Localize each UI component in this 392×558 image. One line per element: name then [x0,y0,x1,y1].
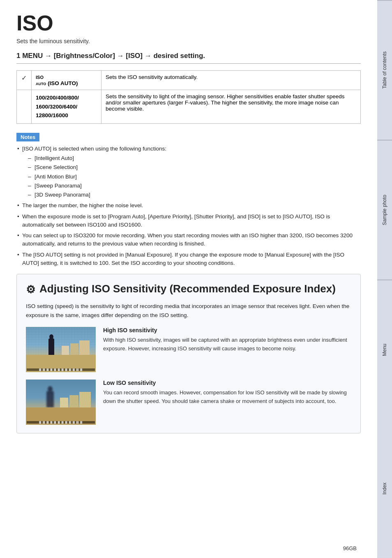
iso-auto-cell: ISO AUTO (ISO AUTO) [32,71,101,90]
watermark-bar: ▐▌▐▌▐▌▐▌▐▌▐▌▐▌▐▌▐▌▐▌▐▌▐▌ [27,368,95,371]
list-item: [Scene Selection] [28,163,361,171]
low-iso-bg: ▐▌▐▌▐▌▐▌▐▌▐▌▐▌▐▌▐▌▐▌▐▌▐▌ [26,380,96,425]
table-row: ✓ ISO AUTO (ISO AUTO) Sets the ISO sensi… [17,71,361,90]
building2 [70,343,78,355]
high-iso-example: ▐▌▐▌▐▌▐▌▐▌▐▌▐▌▐▌▐▌▐▌▐▌▐▌ High ISO sensit… [26,327,351,372]
watermark: ▐▌▐▌▐▌▐▌▐▌▐▌▐▌▐▌▐▌▐▌▐▌▐▌ [38,368,83,371]
adjusting-title: ⚙ Adjusting ISO Sensitivity (Recommended… [26,282,351,296]
menu-path: 1 MENU → [Brightness/Color] → [ISO] → de… [16,52,361,64]
iso-table: ✓ ISO AUTO (ISO AUTO) Sets the ISO sensi… [16,70,361,124]
main-content: ISO Sets the luminous sensitivity. 1 MEN… [0,0,377,558]
person-body-blur [46,391,54,408]
sidebar-item-menu[interactable]: Menu [377,280,392,419]
page-number: 96GB [343,545,357,551]
low-iso-example: ▐▌▐▌▐▌▐▌▐▌▐▌▐▌▐▌▐▌▐▌▐▌▐▌ Low ISO sensiti… [26,380,351,425]
list-item: [3D Sweep Panorama] [28,191,361,199]
sidebar-item-toc[interactable]: Table of contents [377,0,392,140]
list-item: [ISO AUTO] is selected when using the fo… [16,145,361,199]
high-iso-text: High ISO sensitivity With high ISO sensi… [103,327,351,353]
sidebar-item-sample[interactable]: Sample photo [377,140,392,280]
iso-examples: ▐▌▐▌▐▌▐▌▐▌▐▌▐▌▐▌▐▌▐▌▐▌▐▌ High ISO sensit… [26,327,351,425]
notes-list: [ISO AUTO] is selected when using the fo… [16,145,361,267]
high-iso-bg: ▐▌▐▌▐▌▐▌▐▌▐▌▐▌▐▌▐▌▐▌▐▌▐▌ [26,327,96,372]
table-row: 100/200/400/800/1600/3200/6400/12800/160… [17,90,361,124]
building1 [79,340,90,355]
sidebar-item-index[interactable]: Index [377,419,392,558]
low-iso-text: Low ISO sensitivity You can record smoot… [103,380,351,406]
settings-icon: ⚙ [26,283,35,296]
iso-auto-description: Sets the ISO sensitivity automatically. [101,71,361,90]
building2-low [69,395,78,408]
watermark-bar-low: ▐▌▐▌▐▌▐▌▐▌▐▌▐▌▐▌▐▌▐▌▐▌▐▌ [27,421,95,424]
iso-label-sup: ISO [36,75,44,80]
adjusting-box: ⚙ Adjusting ISO Sensitivity (Recommended… [16,274,361,433]
notes-box: Notes [ISO AUTO] is selected when using … [16,133,361,267]
side-tabs: Table of contents Sample photo Menu Inde… [377,0,392,558]
sub-list: [Intelligent Auto] [Scene Selection] [An… [22,154,361,199]
list-item: You can select up to ISO3200 for movie r… [16,232,361,248]
page-title: ISO [16,12,361,34]
list-item: The [ISO AUTO] setting is not provided i… [16,251,361,268]
low-iso-image-inner: ▐▌▐▌▐▌▐▌▐▌▐▌▐▌▐▌▐▌▐▌▐▌▐▌ [26,380,96,425]
notes-header: Notes [16,133,39,141]
subtitle: Sets the luminous sensitivity. [16,38,361,44]
low-iso-title: Low ISO sensitivity [103,380,351,386]
iso-auto-text: (ISO AUTO) [48,80,78,86]
person-body [48,338,54,355]
adjusting-intro: ISO setting (speed) is the sensitivity t… [26,302,351,320]
empty-check [17,90,32,124]
building3-low [60,398,68,408]
check-cell: ✓ [17,71,32,90]
iso-label-sub: AUTO [36,82,46,86]
high-iso-title: High ISO sensitivity [103,327,351,333]
low-iso-image: ▐▌▐▌▐▌▐▌▐▌▐▌▐▌▐▌▐▌▐▌▐▌▐▌ [26,380,96,425]
iso-values-description: Sets the sensitivity to light of the ima… [101,90,361,124]
high-iso-desc: With high ISO sensitivity, images will b… [103,336,351,353]
building1-low [79,392,91,408]
check-icon: ✓ [21,74,27,81]
list-item: [Intelligent Auto] [28,154,361,162]
list-item: [Sweep Panorama] [28,182,361,190]
watermark-low: ▐▌▐▌▐▌▐▌▐▌▐▌▐▌▐▌▐▌▐▌▐▌▐▌ [38,421,83,424]
list-item: When the exposure mode is set to [Progra… [16,213,361,229]
building3 [62,346,69,355]
list-item: The larger the number, the higher the no… [16,201,361,210]
iso-values: 100/200/400/800/1600/3200/6400/12800/160… [36,93,97,120]
iso-values-cell: 100/200/400/800/1600/3200/6400/12800/160… [32,90,101,124]
low-iso-desc: You can record smooth images. However, c… [103,389,351,406]
high-iso-image-inner: ▐▌▐▌▐▌▐▌▐▌▐▌▐▌▐▌▐▌▐▌▐▌▐▌ [26,327,96,372]
list-item: [Anti Motion Blur] [28,173,361,181]
high-iso-image: ▐▌▐▌▐▌▐▌▐▌▐▌▐▌▐▌▐▌▐▌▐▌▐▌ [26,327,96,372]
